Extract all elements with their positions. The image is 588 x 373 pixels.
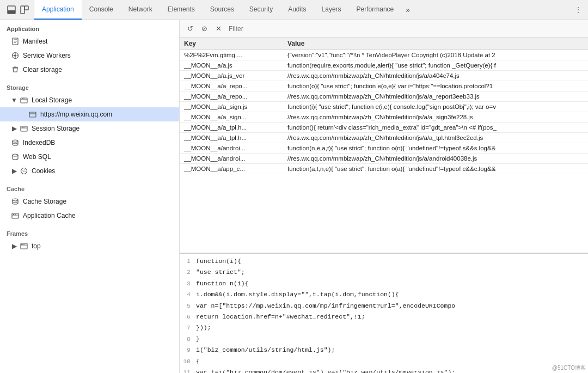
tab-layers[interactable]: Layers xyxy=(314,0,349,20)
table-row[interactable]: __MOON__a/androi...//res.wx.qq.com/mmbiz… xyxy=(180,154,588,164)
sidebar-item-application-cache[interactable]: Application Cache xyxy=(0,209,179,223)
table-cell-key: __MOON__a/a_sign.js xyxy=(180,102,283,112)
tab-network[interactable]: Network xyxy=(121,0,160,20)
code-line: 5var n=["https://mp.weixin.qq.com/mp/inf… xyxy=(180,301,588,311)
table-row[interactable]: __MOON__a/a.js_ver//res.wx.qq.com/mmbizw… xyxy=(180,71,588,81)
tab-console[interactable]: Console xyxy=(82,0,121,20)
line-content: var t=i("biz_common/dom/event.js"),e=i("… xyxy=(196,368,588,373)
sidebar-item-cache-storage[interactable]: Cache Storage xyxy=(0,194,179,209)
code-line: 3function n(i){ xyxy=(180,278,588,289)
main-tabs: Application Console Network Elements Sou… xyxy=(34,0,414,20)
line-content: i.dom&&(i.dom.style.display="",t.tap(i.d… xyxy=(196,290,588,299)
svg-point-32 xyxy=(23,172,24,173)
chevron-right-icon: ▶ xyxy=(11,125,17,132)
tab-elements[interactable]: Elements xyxy=(160,0,203,20)
table-row[interactable]: __MOON__a/a_sign...//res.wx.qq.com/mmbiz… xyxy=(180,112,588,123)
indexeddb-icon xyxy=(11,138,20,147)
svg-rect-18 xyxy=(23,99,24,99)
svg-point-9 xyxy=(14,54,16,57)
line-number: 8 xyxy=(180,334,196,344)
inspect-icon[interactable] xyxy=(20,5,29,15)
code-line: 9i("biz_common/utils/string/html.js"); xyxy=(180,345,588,356)
svg-rect-22 xyxy=(32,113,33,113)
refresh-button[interactable]: ↺ xyxy=(184,23,196,35)
section-application-label: Application xyxy=(0,20,179,34)
sidebar-item-local-storage-url[interactable]: https://mp.weixin.qq.com xyxy=(0,107,179,121)
table-row[interactable]: %2F%2Fvm.gtimg....{"version":"v1","func"… xyxy=(180,50,588,60)
table-row[interactable]: __MOON__a/a_sign.jsfunction(i){ "use str… xyxy=(180,102,588,112)
chevron-down-icon: ▼ xyxy=(11,97,17,103)
table-row[interactable]: __MOON__a/a_repo...//res.wx.qq.com/mmbiz… xyxy=(180,91,588,102)
table-cell-value: function(require,exports,module,alert){ … xyxy=(283,60,588,71)
line-number: 5 xyxy=(180,301,196,311)
sidebar-item-session-storage[interactable]: ▶ Session Storage xyxy=(0,121,179,136)
tab-audits[interactable]: Audits xyxy=(280,0,314,20)
table-row[interactable]: __MOON__a/a_tpl.h...//res.wx.qq.com/mmbi… xyxy=(180,133,588,143)
frame-icon xyxy=(20,242,28,250)
indexeddb-label: IndexedDB xyxy=(23,139,55,146)
code-line: 7})); xyxy=(180,322,588,333)
sidebar-item-top[interactable]: ▶ top xyxy=(0,239,179,253)
table-cell-value: //res.wx.qq.com/mmbizwap/zh_CN/htmlediti… xyxy=(283,71,588,81)
svg-rect-2 xyxy=(21,6,24,14)
sidebar-item-web-sql[interactable]: Web SQL xyxy=(0,150,179,164)
svg-rect-37 xyxy=(13,214,14,215)
clear-storage-icon xyxy=(11,65,20,74)
sidebar-item-local-storage[interactable]: ▼ Local Storage xyxy=(0,93,179,107)
right-panel: ↺ ⊘ ✕ Key Value %2F%2Fvm.gtimg....{"vers… xyxy=(180,20,588,373)
tab-sources[interactable]: Sources xyxy=(203,0,242,20)
svg-point-42 xyxy=(22,244,23,245)
code-line: 10{ xyxy=(180,356,588,367)
col-header-value: Value xyxy=(283,38,588,50)
table-row[interactable]: __MOON__a/androi...function(n,e,a,t){ "u… xyxy=(180,143,588,154)
sidebar-item-clear-storage[interactable]: Clear storage xyxy=(0,63,179,77)
table-cell-value: function(i){ "use strict"; function e(i,… xyxy=(283,102,588,112)
cache-storage-icon xyxy=(11,197,20,206)
svg-point-33 xyxy=(24,171,26,172)
tab-security[interactable]: Security xyxy=(242,0,280,20)
clear-storage-label: Clear storage xyxy=(23,66,62,74)
close-button[interactable]: ✕ xyxy=(212,23,224,35)
line-number: 6 xyxy=(180,312,196,322)
dock-icon[interactable] xyxy=(7,5,16,15)
table-cell-key: __MOON__a/a_tpl.h... xyxy=(180,133,283,143)
table-cell-value: //res.wx.qq.com/mmbizwap/zh_CN/htmlediti… xyxy=(283,112,588,123)
line-number: 3 xyxy=(180,279,196,289)
block-button[interactable]: ⊘ xyxy=(198,23,210,35)
tab-application[interactable]: Application xyxy=(34,0,82,20)
table-cell-key: __MOON__a/a.js xyxy=(180,60,283,71)
table-cell-value: //res.wx.qq.com/mmbizwap/zh_CN/htmlediti… xyxy=(283,133,588,143)
table-row[interactable]: __MOON__a/a_repo...function(o){ "use str… xyxy=(180,81,588,91)
more-tabs-button[interactable]: » xyxy=(401,0,414,20)
manifest-icon xyxy=(11,37,20,46)
filter-input[interactable] xyxy=(226,24,584,34)
line-content: return location.href=n+"#wechat_redirect… xyxy=(196,312,588,322)
svg-rect-17 xyxy=(22,99,23,99)
code-line: 2"use strict"; xyxy=(180,267,588,278)
col-header-key: Key xyxy=(180,38,283,50)
sidebar-item-cookies[interactable]: ▶ Cookies xyxy=(0,164,179,178)
svg-rect-1 xyxy=(8,10,15,14)
table-row[interactable]: __MOON__a/app_c...function(a,t,n,e){ "us… xyxy=(180,164,588,174)
code-line: 1function(i){ xyxy=(180,256,588,267)
line-content: })); xyxy=(196,323,588,333)
code-content: 1function(i){2"use strict";3function n(i… xyxy=(180,254,588,373)
code-line: 6return location.href=n+"#wechat_redirec… xyxy=(180,311,588,322)
local-storage-url-icon xyxy=(28,110,37,119)
tab-bar: Application Console Network Elements Sou… xyxy=(0,0,588,20)
chevron-right-top-icon: ▶ xyxy=(11,243,17,249)
sidebar-item-service-workers[interactable]: Service Workers xyxy=(0,48,179,63)
line-number: 10 xyxy=(180,357,196,366)
table-row[interactable]: __MOON__a/a.jsfunction(require,exports,m… xyxy=(180,60,588,71)
section-storage-label: Storage xyxy=(0,79,179,93)
svg-rect-25 xyxy=(22,127,23,127)
line-content: function(i){ xyxy=(196,256,588,266)
tab-performance[interactable]: Performance xyxy=(349,0,402,20)
sidebar-item-manifest[interactable]: Manifest xyxy=(0,34,179,48)
devtools-menu-button[interactable]: ⋮ xyxy=(571,0,586,20)
sidebar-item-indexeddb[interactable]: IndexedDB xyxy=(0,136,179,150)
table-cell-key: __MOON__a/androi... xyxy=(180,143,283,154)
line-content: function n(i){ xyxy=(196,279,588,289)
table-row[interactable]: __MOON__a/a_tpl.h...function(){ return'<… xyxy=(180,123,588,133)
local-storage-icon xyxy=(20,96,28,105)
